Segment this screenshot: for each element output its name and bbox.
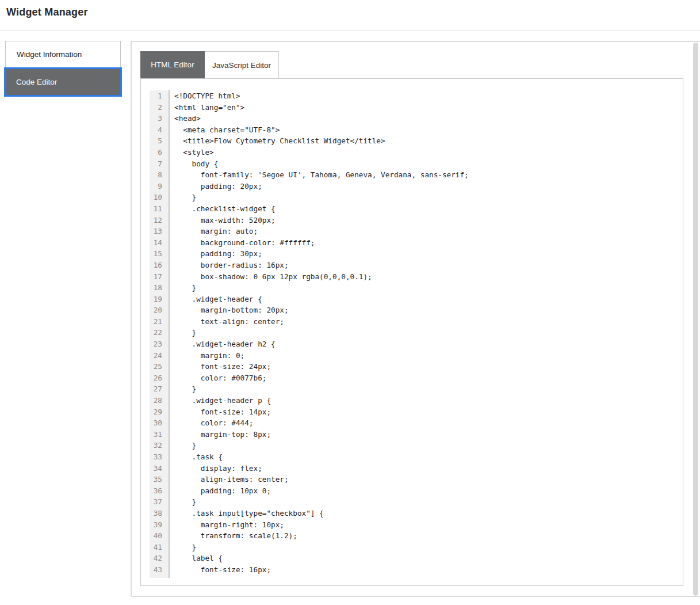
tab-javascript-editor[interactable]: JavaScript Editor: [205, 51, 279, 78]
line-number: 16: [150, 260, 170, 271]
line-number: 28: [150, 395, 170, 406]
code-line-text: .widget-header {: [170, 294, 262, 305]
sidebar-item-label: Code Editor: [16, 78, 57, 86]
code-editor-area[interactable]: 1<!DOCTYPE html>2<html lang="en">3<head>…: [140, 78, 683, 586]
line-number: 8: [150, 169, 170, 181]
sidebar-item-label: Widget Information: [17, 50, 82, 59]
code-line-text: }: [170, 440, 196, 451]
tab-label: JavaScript Editor: [212, 61, 271, 70]
line-number: 23: [150, 338, 170, 350]
code-line-text: box-shadow: 0 6px 12px rgba(0,0,0,0.1);: [170, 271, 372, 283]
code-line-text: font-size: 16px;: [170, 564, 271, 576]
line-number: 3: [150, 113, 170, 124]
code-line: 22 }: [150, 327, 683, 338]
code-line: 10 }: [150, 192, 683, 203]
line-number: 42: [150, 553, 170, 564]
line-number: 2: [150, 102, 170, 113]
line-number: 13: [150, 226, 170, 237]
code-line-text: }: [170, 192, 196, 203]
code-line: 7 body {: [150, 158, 683, 170]
code-line: 31 margin-top: 8px;: [150, 429, 683, 440]
code-rows: 1<!DOCTYPE html>2<html lang="en">3<head>…: [150, 90, 683, 578]
line-number: 35: [150, 474, 170, 485]
line-number: 11: [150, 203, 170, 215]
code-line-text: color: #0077b6;: [170, 372, 266, 384]
code-line-text: max-width: 520px;: [170, 215, 276, 226]
code-line-text: .task {: [170, 451, 223, 463]
vertical-scrollbar-thumb[interactable]: [693, 43, 698, 596]
code-line: 16 border-radius: 16px;: [150, 260, 683, 271]
code-line-text: <html lang="en">: [170, 102, 244, 113]
editor-tab-bar: HTML Editor JavaScript Editor: [140, 51, 279, 78]
line-number: 19: [150, 294, 170, 305]
line-number: 24: [150, 350, 170, 362]
line-number: 39: [150, 519, 170, 531]
line-number: 34: [150, 463, 170, 474]
code-line: 44 }: [150, 576, 683, 578]
code-line-text: <style>: [170, 147, 214, 158]
code-line-text: body {: [170, 158, 218, 170]
code-line: 41 }: [150, 542, 683, 553]
sidebar-item-code-editor[interactable]: Code Editor: [4, 67, 122, 97]
code-line-text: border-radius: 16px;: [170, 260, 289, 271]
line-number: 38: [150, 508, 170, 519]
page-title: Widget Manager: [6, 6, 88, 18]
line-number: 6: [150, 147, 170, 158]
code-line: 19 .widget-header {: [150, 294, 683, 305]
code-line: 2<html lang="en">: [150, 102, 683, 113]
code-line: 9 padding: 20px;: [150, 181, 683, 192]
code-line: 24 margin: 0;: [150, 350, 683, 362]
tab-html-editor[interactable]: HTML Editor: [140, 51, 205, 78]
code-line: 20 margin-bottom: 20px;: [150, 305, 683, 316]
editor-panel: HTML Editor JavaScript Editor 1<!DOCTYPE…: [131, 41, 700, 597]
code-line-text: margin-top: 8px;: [170, 429, 271, 440]
code-line-text: margin-right: 10px;: [170, 519, 284, 531]
code-line: 38 .task input[type="checkbox"] {: [150, 508, 683, 519]
code-line-text: transform: scale(1.2);: [170, 530, 297, 542]
sidebar-item-widget-information[interactable]: Widget Information: [5, 41, 121, 67]
line-number: 31: [150, 429, 170, 440]
code-line: 36 padding: 10px 0;: [150, 485, 683, 497]
code-line: 32 }: [150, 440, 683, 451]
line-number: 7: [150, 158, 170, 170]
code-line-text: }: [170, 327, 196, 338]
code-line: 11 .checklist-widget {: [150, 203, 683, 215]
line-number: 21: [150, 316, 170, 328]
code-line: 34 display: flex;: [150, 463, 683, 474]
tab-label: HTML Editor: [151, 60, 194, 69]
line-number: 4: [150, 124, 170, 136]
code-line-text: }: [170, 282, 196, 294]
code-line: 26 color: #0077b6;: [150, 372, 683, 384]
code-line-text: .widget-header p {: [170, 395, 271, 406]
line-number: 5: [150, 135, 170, 147]
line-number: 9: [150, 181, 170, 192]
code-line-text: padding: 20px;: [170, 181, 262, 192]
sidebar: Widget Information Code Editor: [5, 41, 121, 97]
code-line: 21 text-align: center;: [150, 316, 683, 328]
code-line-text: <!DOCTYPE html>: [170, 90, 240, 102]
code-line: 27 }: [150, 383, 683, 395]
line-number: 33: [150, 451, 170, 463]
code-line: 12 max-width: 520px;: [150, 215, 683, 226]
line-number: 43: [150, 564, 170, 576]
code-line: 4 <meta charset="UTF-8">: [150, 124, 683, 136]
code-line: 33 .task {: [150, 451, 683, 463]
line-number: 44: [150, 576, 170, 578]
line-number: 30: [150, 417, 170, 429]
code-line-text: margin: 0;: [170, 350, 244, 362]
code-line-text: }: [170, 383, 196, 395]
code-line-text: <meta charset="UTF-8">: [170, 124, 280, 136]
code-line-text: font-size: 14px;: [170, 406, 271, 418]
code-line: 18 }: [150, 282, 683, 294]
code-line-text: label {: [170, 553, 223, 564]
code-line: 6 <style>: [150, 147, 683, 158]
code-line: 43 font-size: 16px;: [150, 564, 683, 576]
code-line-text: margin: auto;: [170, 226, 258, 237]
code-line: 29 font-size: 14px;: [150, 406, 683, 418]
code-line: 3<head>: [150, 113, 683, 124]
code-line: 28 .widget-header p {: [150, 395, 683, 406]
line-number: 36: [150, 485, 170, 497]
code-line: 14 background-color: #ffffff;: [150, 237, 683, 249]
code-line-text: <title>Flow Cytometry Checklist Widget</…: [170, 135, 385, 147]
line-number: 22: [150, 327, 170, 338]
